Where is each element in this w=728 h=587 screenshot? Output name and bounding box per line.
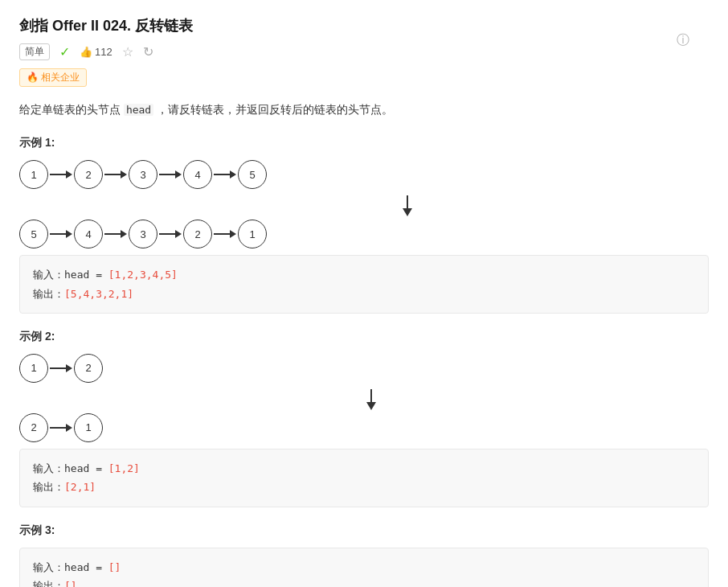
example-2-title: 示例 2:: [19, 330, 709, 344]
example-3: 示例 3: 输入：head = [] 输出：[]: [19, 523, 709, 587]
node-2: 2: [74, 160, 103, 189]
output-label-3: 输出：: [33, 580, 64, 587]
diagram-bottom-1: 5 4 3 2 1: [19, 220, 709, 248]
arrow-b2: [104, 230, 127, 238]
example-2-output-line: 输出：[2,1]: [33, 478, 695, 496]
arrow-e2-1: [50, 364, 72, 372]
refresh-icon[interactable]: ↻: [143, 44, 153, 60]
input-value-2: [1,2]: [108, 462, 140, 474]
arrow-1: [50, 170, 72, 179]
company-tag[interactable]: 🔥 相关企业: [19, 68, 87, 87]
page-title: 剑指 Offer II 024. 反转链表: [19, 16, 709, 35]
node-5: 5: [238, 160, 267, 189]
arrow-b3: [159, 230, 182, 238]
input-label-1: 输入：head =: [33, 269, 108, 281]
node-b3: 3: [129, 220, 157, 248]
down-arrow-2: [34, 389, 709, 410]
arrow-e2-b1: [50, 424, 72, 432]
like-number: 112: [95, 46, 112, 58]
example-2-input-line: 输入：head = [1,2]: [33, 459, 695, 478]
thumb-icon: 👍: [80, 46, 92, 58]
example-3-title: 示例 3:: [19, 523, 709, 538]
node-e2-2: 2: [74, 354, 103, 383]
arrow-3: [159, 170, 182, 179]
diagram-bottom-2: 2 1: [19, 413, 709, 442]
down-arrow-1: [106, 195, 709, 216]
node-e2-1: 1: [19, 354, 48, 383]
node-b1: 1: [238, 220, 267, 248]
example-2: 示例 2: 1 2 2 1 输入：head = [1,2] 输出：[2,1]: [19, 330, 709, 507]
arrow-b1: [50, 230, 72, 238]
code-head: head: [124, 104, 153, 116]
output-value-3: []: [64, 580, 77, 587]
info-icon: ⓘ: [677, 32, 689, 49]
output-value-1: [5,4,3,2,1]: [64, 288, 133, 300]
example-2-code: 输入：head = [1,2] 输出：[2,1]: [19, 449, 709, 507]
node-e2-b2: 2: [19, 413, 48, 442]
example-1-input-line: 输入：head = [1,2,3,4,5]: [33, 265, 695, 284]
difficulty-tag[interactable]: 简单: [19, 43, 50, 60]
arrow-b4: [214, 230, 236, 238]
down-arrow-head-2: [366, 402, 376, 410]
page-wrapper: ⓘ 剑指 Offer II 024. 反转链表 简单 ✓ 👍 112 ☆ ↻ 🔥…: [19, 16, 709, 587]
node-1: 1: [19, 160, 48, 189]
node-e2-b1: 1: [74, 413, 103, 442]
node-4: 4: [183, 160, 212, 189]
toolbar: 简单 ✓ 👍 112 ☆ ↻: [19, 43, 709, 60]
node-3: 3: [129, 160, 157, 189]
example-1-code: 输入：head = [1,2,3,4,5] 输出：[5,4,3,2,1]: [19, 255, 709, 314]
input-label-2: 输入：head =: [33, 462, 108, 474]
input-value-3: []: [108, 561, 121, 573]
node-b2: 2: [183, 220, 212, 248]
star-icon[interactable]: ☆: [122, 44, 133, 60]
check-icon[interactable]: ✓: [59, 44, 70, 60]
down-arrow-head: [403, 208, 412, 216]
diagram-top-1: 1 2 3 4 5: [19, 160, 709, 189]
down-arrow-line-2: [370, 389, 372, 402]
arrow-4: [214, 170, 236, 179]
example-1: 示例 1: 1 2 3 4 5 5 4 3 2 1: [19, 136, 709, 314]
example-3-input-line: 输入：head = []: [33, 558, 695, 577]
diagram-top-2: 1 2: [19, 354, 709, 383]
down-arrow-line: [407, 195, 408, 208]
example-3-code: 输入：head = [] 输出：[]: [19, 548, 709, 587]
input-value-1: [1,2,3,4,5]: [108, 269, 178, 281]
arrow-2: [104, 170, 127, 179]
node-b5: 5: [19, 220, 48, 248]
output-label-2: 输出：: [33, 481, 64, 493]
description: 给定单链表的头节点 head ，请反转链表，并返回反转后的链表的头节点。: [19, 100, 709, 120]
node-b4: 4: [74, 220, 103, 248]
input-label-3: 输入：head =: [33, 561, 108, 573]
example-1-output-line: 输出：[5,4,3,2,1]: [33, 285, 695, 303]
output-value-2: [2,1]: [64, 481, 96, 493]
output-label-1: 输出：: [33, 288, 64, 300]
like-count[interactable]: 👍 112: [80, 46, 112, 58]
example-1-title: 示例 1:: [19, 136, 709, 150]
example-3-output-line: 输出：[]: [33, 577, 695, 587]
